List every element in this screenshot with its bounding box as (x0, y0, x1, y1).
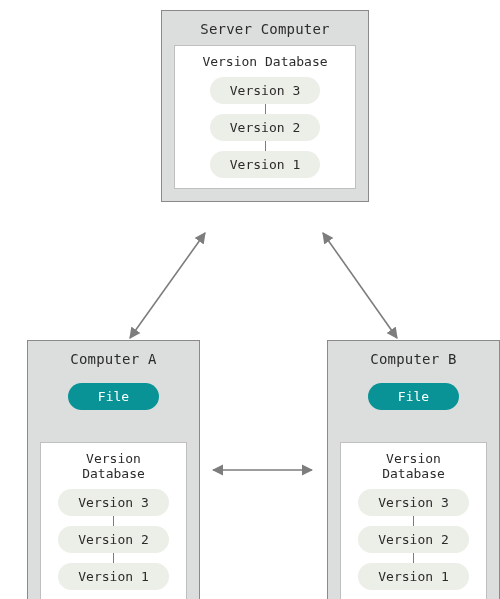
clientB-vdb-label: Version Database (351, 451, 476, 481)
clientB-version-list: Version 3 Version 2 Version 1 (351, 489, 476, 590)
server-version-1: Version 1 (210, 151, 320, 178)
clientB-file-pill: File (368, 383, 459, 410)
version-connector (113, 516, 114, 526)
version-connector (113, 553, 114, 563)
server-computer-box: Server Computer Version Database Version… (161, 10, 369, 202)
clientB-version-database: Version Database Version 3 Version 2 Ver… (340, 442, 487, 599)
server-version-database: Version Database Version 3 Version 2 Ver… (174, 45, 356, 189)
version-connector (413, 516, 414, 526)
clientA-file-pill: File (68, 383, 159, 410)
version-connector (265, 141, 266, 151)
clientB-version-2: Version 2 (358, 526, 468, 553)
version-connector (413, 553, 414, 563)
clientB-version-1: Version 1 (358, 563, 468, 590)
edge-server-clientA (130, 233, 205, 338)
server-version-3: Version 3 (210, 77, 320, 104)
clientB-computer-box: Computer B File Version Database Version… (327, 340, 500, 599)
server-version-list: Version 3 Version 2 Version 1 (185, 77, 345, 178)
clientB-version-3: Version 3 (358, 489, 468, 516)
clientA-version-database: Version Database Version 3 Version 2 Ver… (40, 442, 187, 599)
clientA-version-2: Version 2 (58, 526, 168, 553)
clientA-version-1: Version 1 (58, 563, 168, 590)
server-title: Server Computer (162, 11, 368, 45)
edge-server-clientB (323, 233, 397, 338)
clientA-computer-box: Computer A File Version Database Version… (27, 340, 200, 599)
version-connector (265, 104, 266, 114)
clientA-version-3: Version 3 (58, 489, 168, 516)
clientB-title: Computer B (328, 341, 499, 375)
clientA-title: Computer A (28, 341, 199, 375)
dvcs-diagram: Server Computer Version Database Version… (0, 0, 500, 599)
clientA-version-list: Version 3 Version 2 Version 1 (51, 489, 176, 590)
server-version-2: Version 2 (210, 114, 320, 141)
clientA-vdb-label: Version Database (51, 451, 176, 481)
server-vdb-label: Version Database (185, 54, 345, 69)
